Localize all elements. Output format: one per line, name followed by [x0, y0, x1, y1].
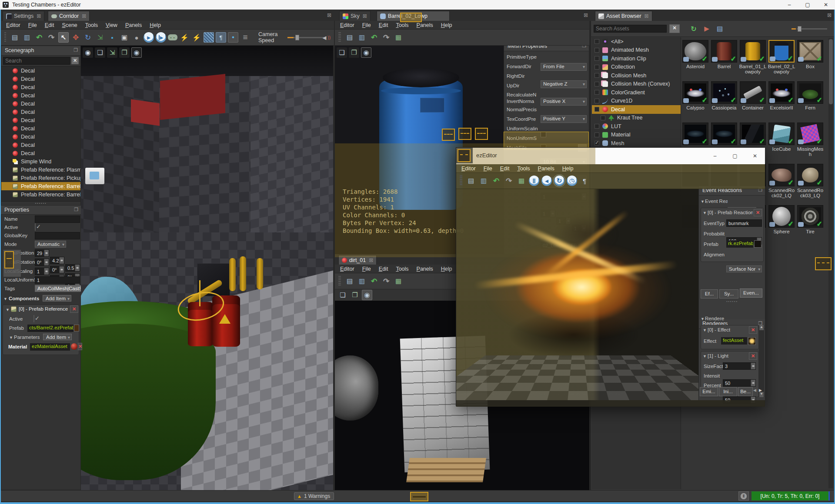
- scenegraph-node[interactable]: Decal: [1, 116, 80, 124]
- redo-icon[interactable]: [381, 276, 391, 286]
- rotate-icon[interactable]: [83, 32, 93, 43]
- scenegraph-node[interactable]: Decal: [1, 91, 80, 99]
- scale-icon[interactable]: [95, 32, 105, 43]
- export-icon[interactable]: [516, 176, 527, 186]
- spinner[interactable]: [44, 250, 49, 256]
- effect-asset-field[interactable]: fectAsset: [721, 337, 747, 345]
- filter-checkbox[interactable]: [595, 39, 599, 44]
- remove-component-button[interactable]: [70, 305, 78, 313]
- asset-thumbnail[interactable]: [711, 123, 737, 145]
- scrollbar-thumb[interactable]: [829, 39, 833, 104]
- menu-item[interactable]: Panels: [417, 22, 433, 28]
- view-eye-icon[interactable]: [83, 47, 93, 58]
- asset-type-filter-row[interactable]: Animation Clip: [592, 54, 681, 63]
- asset-item[interactable]: Asteroid: [681, 38, 710, 80]
- splitter-handle[interactable]: ••••••: [699, 300, 765, 303]
- floating-titlebar-right[interactable]: – ▢ ✕: [595, 148, 765, 164]
- remove-renderer-button[interactable]: [749, 352, 757, 360]
- scroll-down-icon[interactable]: ▼: [759, 392, 764, 397]
- filter-checkbox[interactable]: [595, 141, 599, 146]
- component-active-checkbox[interactable]: [33, 315, 34, 322]
- tab-settings[interactable]: Settings ⊠: [3, 11, 44, 21]
- remove-renderer-button[interactable]: [749, 326, 757, 334]
- menu-item[interactable]: Editor: [461, 166, 476, 172]
- speaker-mute-icon[interactable]: ◄)): [321, 32, 331, 43]
- asset-item[interactable]: MissingMesh: [796, 121, 825, 162]
- menu-item[interactable]: Editor: [6, 22, 20, 28]
- loop-icon[interactable]: [554, 176, 564, 186]
- menu-item[interactable]: Help: [562, 166, 574, 172]
- floating-titlebar-left[interactable]: ezEditor: [456, 148, 595, 164]
- clear-asset-search-icon[interactable]: [669, 24, 680, 33]
- asset-thumbnail[interactable]: [797, 81, 823, 104]
- filter-checkbox[interactable]: [595, 107, 599, 112]
- asset-type-filter-row[interactable]: Kraut Tree: [592, 114, 681, 123]
- scenegraph-node[interactable]: Simple Wind: [1, 157, 80, 166]
- asset-thumbnail[interactable]: [768, 205, 795, 228]
- asset-thumbnail[interactable]: [797, 123, 823, 145]
- asset-thumbnail[interactable]: [682, 123, 708, 145]
- reload-assets-icon[interactable]: [688, 23, 699, 34]
- scroll-up-icon[interactable]: ▲: [759, 325, 764, 330]
- menu-item[interactable]: Edit: [379, 22, 388, 28]
- save-all-icon[interactable]: [478, 176, 489, 186]
- play-icon[interactable]: [144, 32, 154, 43]
- close-tab-icon[interactable]: ⊠: [37, 13, 41, 19]
- asset-thumbnail[interactable]: [740, 40, 766, 63]
- maximize-button[interactable]: ▢: [798, 0, 817, 10]
- scene-viewport[interactable]: [81, 46, 333, 490]
- event-type-field[interactable]: burnmark: [726, 219, 762, 227]
- filter-checkbox[interactable]: [595, 73, 599, 78]
- menu-item[interactable]: Panels: [417, 266, 433, 272]
- clear-search-icon[interactable]: [71, 57, 79, 64]
- play-from-icon[interactable]: [156, 32, 166, 43]
- save-all-icon[interactable]: [22, 32, 32, 43]
- asset-thumbnail[interactable]: [768, 123, 795, 145]
- right-dir-dropdown[interactable]: Positive X: [541, 98, 587, 106]
- close-tab-icon[interactable]: ⊠: [645, 13, 649, 19]
- select-icon[interactable]: [58, 32, 69, 43]
- scenegraph-search-input[interactable]: [3, 57, 70, 65]
- camera-icon[interactable]: [362, 290, 372, 300]
- splitter-handle[interactable]: ••••••: [1, 202, 80, 205]
- menu-item[interactable]: Editor: [340, 266, 354, 272]
- collapse-arrow-icon[interactable]: ▼: [703, 328, 707, 332]
- frames-icon[interactable]: [337, 290, 348, 300]
- particle-preview-viewport[interactable]: [456, 189, 698, 400]
- asset-thumbnail[interactable]: [768, 81, 795, 104]
- minimize-button[interactable]: –: [780, 0, 798, 10]
- size-factor-field[interactable]: 3: [723, 362, 756, 370]
- filter-checkbox[interactable]: [595, 56, 599, 61]
- asset-type-filter-row[interactable]: <All>: [592, 37, 681, 46]
- asset-thumbnail[interactable]: [768, 164, 795, 186]
- forward-dir-dropdown[interactable]: Negative Z: [541, 80, 587, 88]
- save-all-icon[interactable]: [357, 276, 367, 286]
- alignment-dropdown[interactable]: Surface Nor: [726, 265, 762, 272]
- menu-item[interactable]: File: [362, 22, 371, 28]
- camera-icon[interactable]: [131, 47, 142, 58]
- primitive-type-dropdown[interactable]: From File: [541, 63, 587, 71]
- maximize-button[interactable]: ▢: [725, 151, 745, 161]
- asset-thumbnail[interactable]: [768, 40, 795, 63]
- pilcrow-icon[interactable]: [579, 176, 590, 186]
- globalkey-input[interactable]: [35, 232, 80, 239]
- snap-icon[interactable]: [107, 32, 117, 43]
- remove-parameter-button[interactable]: [78, 343, 82, 350]
- renderers-scrollbar[interactable]: ▲ ▼: [759, 325, 764, 397]
- uniform-scaling-field[interactable]: 1: [35, 276, 80, 284]
- close-button[interactable]: ✕: [745, 151, 765, 161]
- asset-search-input[interactable]: [594, 25, 667, 33]
- effect-asset-thumbnail[interactable]: [748, 337, 756, 345]
- menu-item[interactable]: Panels: [538, 166, 554, 172]
- scenegraph-node[interactable]: Decal: [1, 124, 80, 133]
- close-button[interactable]: ✕: [817, 0, 835, 10]
- filter-checkbox[interactable]: [595, 99, 599, 103]
- translate-icon[interactable]: [70, 32, 81, 43]
- toolbar-grip[interactable]: [338, 276, 341, 286]
- layers-icon[interactable]: [240, 32, 250, 43]
- export-assets-icon[interactable]: [701, 23, 712, 34]
- left-window-float-icon[interactable]: ⊠: [327, 12, 331, 18]
- scenegraph-node[interactable]: Prefab Reference: Plasma_S: [1, 166, 80, 174]
- spinner[interactable]: [44, 259, 49, 265]
- redo-icon[interactable]: [46, 32, 57, 43]
